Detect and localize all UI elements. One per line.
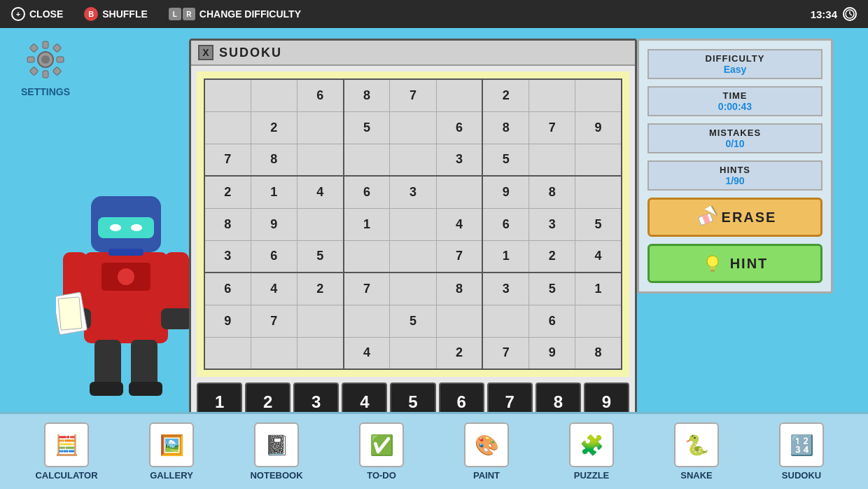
- grid-cell[interactable]: [251, 337, 297, 369]
- taskbar-item-calculator[interactable]: 🧮 CALCULATOR: [24, 422, 108, 481]
- grid-cell[interactable]: [390, 111, 436, 144]
- grid-cell[interactable]: [390, 337, 436, 369]
- grid-cell[interactable]: [390, 273, 436, 305]
- grid-cell[interactable]: [204, 79, 251, 111]
- grid-cell[interactable]: [575, 144, 622, 176]
- grid-cell[interactable]: 2: [204, 176, 251, 208]
- svg-rect-22: [161, 308, 192, 329]
- grid-cell[interactable]: 7: [344, 273, 390, 305]
- sudoku-grid[interactable]: 6872256879783521463988914635365712464278…: [204, 78, 622, 370]
- grid-cell[interactable]: [390, 208, 436, 240]
- grid-cell[interactable]: 8: [482, 111, 528, 144]
- grid-cell[interactable]: 4: [436, 208, 482, 240]
- grid-cell[interactable]: 5: [344, 111, 390, 144]
- grid-cell[interactable]: [436, 305, 482, 337]
- taskbar-item-notebook[interactable]: 📓 NOTEBOOK: [234, 422, 318, 481]
- grid-cell[interactable]: [575, 176, 622, 208]
- grid-cell[interactable]: 8: [251, 144, 297, 176]
- grid-cell[interactable]: 8: [436, 273, 482, 305]
- grid-cell[interactable]: 6: [344, 176, 390, 208]
- taskbar-item-paint[interactable]: 🎨 PAINT: [444, 422, 528, 481]
- grid-cell[interactable]: 2: [482, 79, 528, 111]
- grid-cell[interactable]: [529, 79, 575, 111]
- grid-cell[interactable]: 6: [251, 240, 297, 273]
- grid-cell[interactable]: 9: [529, 337, 575, 369]
- grid-cell[interactable]: [344, 305, 390, 337]
- grid-cell[interactable]: 6: [482, 208, 528, 240]
- grid-cell[interactable]: 7: [251, 305, 297, 337]
- grid-cell[interactable]: [344, 144, 390, 176]
- grid-cell[interactable]: 1: [482, 240, 528, 273]
- grid-cell[interactable]: 3: [204, 240, 251, 273]
- grid-cell[interactable]: 5: [390, 305, 436, 337]
- grid-cell[interactable]: 5: [529, 273, 575, 305]
- taskbar-item-snake[interactable]: 🐍 SNAKE: [654, 422, 738, 481]
- grid-cell[interactable]: [204, 337, 251, 369]
- grid-cell[interactable]: [390, 240, 436, 273]
- taskbar-item-gallery[interactable]: 🖼️ GALLERY: [130, 422, 214, 481]
- grid-cell[interactable]: [204, 111, 251, 144]
- grid-cell[interactable]: 7: [204, 144, 251, 176]
- grid-cell[interactable]: [297, 111, 343, 144]
- grid-cell[interactable]: [482, 305, 528, 337]
- grid-cell[interactable]: 8: [344, 79, 390, 111]
- grid-cell[interactable]: [436, 79, 482, 111]
- grid-cell[interactable]: [575, 305, 622, 337]
- grid-cell[interactable]: 1: [344, 208, 390, 240]
- grid-cell[interactable]: 6: [204, 273, 251, 305]
- grid-cell[interactable]: 3: [436, 144, 482, 176]
- grid-cell[interactable]: 4: [344, 337, 390, 369]
- grid-cell[interactable]: 9: [575, 111, 622, 144]
- grid-cell[interactable]: 7: [436, 240, 482, 273]
- svg-rect-34: [710, 266, 715, 270]
- grid-cell[interactable]: 1: [251, 176, 297, 208]
- grid-cell[interactable]: 5: [482, 144, 528, 176]
- grid-cell[interactable]: [297, 208, 343, 240]
- taskbar-item-puzzle[interactable]: 🧩 PUZZLE: [550, 422, 634, 481]
- grid-cell[interactable]: 6: [529, 305, 575, 337]
- svg-rect-6: [43, 71, 48, 78]
- grid-cell[interactable]: 4: [251, 273, 297, 305]
- grid-cell[interactable]: 9: [482, 176, 528, 208]
- grid-cell[interactable]: 2: [297, 273, 343, 305]
- grid-cell[interactable]: [297, 144, 343, 176]
- grid-cell[interactable]: 9: [204, 305, 251, 337]
- grid-cell[interactable]: 2: [529, 240, 575, 273]
- grid-cell[interactable]: [529, 144, 575, 176]
- grid-cell[interactable]: 7: [529, 111, 575, 144]
- grid-cell[interactable]: [297, 305, 343, 337]
- grid-cell[interactable]: 9: [251, 208, 297, 240]
- hint-button[interactable]: HINT: [648, 244, 822, 283]
- grid-cell[interactable]: [297, 337, 343, 369]
- grid-cell[interactable]: 3: [390, 176, 436, 208]
- settings-area[interactable]: SETTINGS: [21, 39, 70, 97]
- grid-cell[interactable]: 7: [390, 79, 436, 111]
- grid-cell[interactable]: 8: [204, 208, 251, 240]
- window-close-button[interactable]: X: [198, 45, 214, 60]
- grid-cell[interactable]: 4: [575, 240, 622, 273]
- grid-cell[interactable]: 8: [575, 337, 622, 369]
- grid-cell[interactable]: 3: [529, 208, 575, 240]
- taskbar-item-sudoku[interactable]: 🔢 SUDOKU: [760, 422, 844, 481]
- grid-cell[interactable]: 6: [436, 111, 482, 144]
- grid-cell[interactable]: 3: [482, 273, 528, 305]
- shuffle-button[interactable]: B SHUFFLE: [84, 7, 148, 21]
- change-difficulty-button[interactable]: L R CHANGE DIFFICULTY: [169, 8, 301, 20]
- grid-cell[interactable]: [251, 79, 297, 111]
- grid-cell[interactable]: [575, 79, 622, 111]
- grid-cell[interactable]: [436, 176, 482, 208]
- taskbar-item-todo[interactable]: ✅ TO-DO: [340, 422, 424, 481]
- grid-cell[interactable]: 1: [575, 273, 622, 305]
- grid-cell[interactable]: 8: [529, 176, 575, 208]
- grid-cell[interactable]: [344, 240, 390, 273]
- grid-cell[interactable]: 4: [297, 176, 343, 208]
- grid-cell[interactable]: 2: [251, 111, 297, 144]
- grid-cell[interactable]: 2: [436, 337, 482, 369]
- erase-button[interactable]: ERASE: [648, 198, 822, 237]
- grid-cell[interactable]: 5: [575, 208, 622, 240]
- grid-cell[interactable]: 7: [482, 337, 528, 369]
- grid-cell[interactable]: 5: [297, 240, 343, 273]
- close-button[interactable]: + CLOSE: [11, 7, 63, 21]
- grid-cell[interactable]: [390, 144, 436, 176]
- grid-cell[interactable]: 6: [297, 79, 343, 111]
